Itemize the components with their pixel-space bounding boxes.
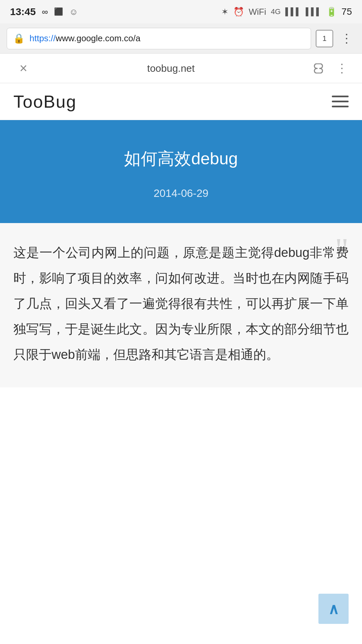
post-hero: 如何高效debug 2014-06-29 [0, 120, 362, 223]
image-icon: ⬛ [54, 7, 63, 16]
hamburger-menu-button[interactable] [332, 96, 349, 107]
inner-browser-bar: × toobug.net ⋮ [0, 54, 362, 83]
inner-link-icon[interactable] [305, 63, 332, 73]
signal-bars-1-icon: ▌▌▌ [285, 7, 301, 16]
site-header: TooBug [0, 83, 362, 120]
hamburger-line-2 [332, 101, 349, 102]
status-bar: 13:45 ∞ ⬛ ☺ ✶ ⏰ WiFi 4G ▌▌▌ ▌▌▌ 🔋 75 [0, 0, 362, 23]
alarm-icon: ⏰ [233, 7, 244, 17]
signal-4g-icon: 4G [271, 7, 281, 16]
url-text[interactable]: https://www.google.com.co/a [29, 33, 305, 44]
url-input-wrapper[interactable]: 🔒 https://www.google.com.co/a [7, 28, 311, 49]
person-icon: ☺ [69, 7, 78, 17]
status-time: 13:45 [10, 6, 36, 17]
url-https: https:// [29, 33, 56, 43]
post-date: 2014-06-29 [13, 187, 349, 200]
browser-more-button[interactable]: ⋮ [338, 32, 355, 46]
bluetooth-icon: ✶ [221, 7, 229, 17]
inner-site-name: toobug.net [37, 63, 305, 74]
post-content-wrapper: " 这是一个公司内网上的问题，原意是题主觉得debug非常费时，影响了项目的效率… [0, 223, 362, 387]
address-bar: 🔒 https://www.google.com.co/a 1 ⋮ [0, 23, 362, 54]
inner-more-button[interactable]: ⋮ [332, 61, 352, 75]
hamburger-line-3 [332, 106, 349, 107]
post-body: 这是一个公司内网上的问题，原意是题主觉得debug非常费时，影响了项目的效率，问… [13, 240, 349, 367]
quote-mark-decoration: " [335, 233, 349, 267]
tab-count-button[interactable]: 1 [316, 30, 333, 47]
url-domain: www.google.com.co/a [56, 33, 140, 43]
signal-bars-2-icon: ▌▌▌ [306, 7, 321, 16]
hamburger-line-1 [332, 96, 349, 97]
post-title: 如何高效debug [13, 147, 349, 170]
tab-count-label: 1 [322, 34, 326, 43]
wifi-icon: WiFi [249, 7, 266, 17]
scroll-top-button[interactable]: ∧ [318, 594, 349, 624]
battery-icon: 🔋 [326, 7, 337, 17]
battery-level: 75 [342, 6, 352, 17]
inner-close-button[interactable]: × [10, 61, 37, 76]
site-logo[interactable]: TooBug [13, 92, 76, 112]
infinity-icon: ∞ [42, 7, 48, 17]
lock-icon: 🔒 [13, 33, 25, 44]
scroll-top-icon: ∧ [328, 600, 339, 618]
